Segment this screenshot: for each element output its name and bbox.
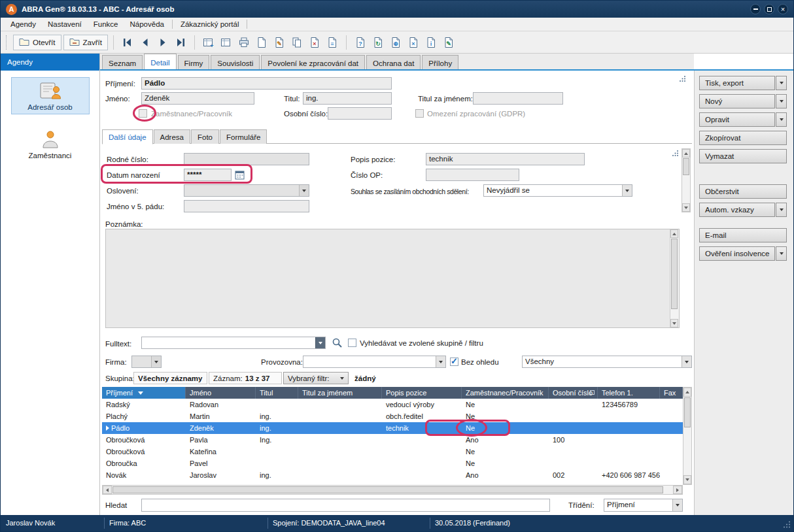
subtab-dalsi-udaje[interactable]: Další údaje xyxy=(102,129,153,144)
tab-souvislosti[interactable]: Souvislosti xyxy=(211,55,260,71)
scroll-down-button[interactable] xyxy=(683,475,691,484)
memo-scrollbar[interactable] xyxy=(670,229,679,327)
action-opravit-dropdown[interactable] xyxy=(776,112,787,127)
poznamka-textarea[interactable] xyxy=(105,229,680,328)
column-options-icon[interactable] xyxy=(590,390,595,395)
column-header-jmeno[interactable]: Jméno xyxy=(186,387,256,399)
sidebar-item-zamestnanci[interactable]: Zaměstnanci xyxy=(11,126,90,162)
column-header-titul[interactable]: Titul xyxy=(256,387,298,399)
open-button[interactable]: Otevřít xyxy=(13,35,61,50)
cislo-op-field[interactable] xyxy=(426,169,519,181)
last-record-icon[interactable] xyxy=(172,35,189,50)
zamestnanec-checkbox[interactable] xyxy=(139,109,147,118)
gdpr-checkbox[interactable] xyxy=(415,109,424,118)
skupina-panel[interactable]: Všechny záznamy xyxy=(133,372,207,384)
column-header-prijmeni[interactable]: Příjmení xyxy=(102,387,186,399)
vybrany-filtr-button[interactable]: Vybraný filtr: xyxy=(283,372,349,384)
provozovna-combobox[interactable] xyxy=(303,356,446,368)
action-novy-button[interactable]: Nový xyxy=(699,94,775,108)
menu-nastaveni[interactable]: Nastavení xyxy=(42,18,88,30)
osobni-cislo-field[interactable] xyxy=(328,107,392,120)
action-tisk-export-dropdown[interactable] xyxy=(776,76,787,90)
expand-handle-icon[interactable] xyxy=(678,75,687,83)
tab-ochrana-dat[interactable]: Ochrana dat xyxy=(366,55,421,71)
tab-firmy[interactable]: Firmy xyxy=(178,55,210,71)
help-page-icon[interactable]: ? xyxy=(352,35,369,50)
table-row[interactable]: ObroučkaPavelNe xyxy=(102,457,683,469)
table-row[interactable]: PádloZdeněking.technikNe xyxy=(102,422,683,434)
action-overeni-insolvence-dropdown[interactable] xyxy=(776,246,787,261)
action-opravit-button[interactable]: Opravit xyxy=(699,112,775,127)
scroll-thumb[interactable] xyxy=(683,158,689,175)
column-header-telefon-1[interactable]: Telefon 1. xyxy=(598,387,660,399)
rodne-cislo-field[interactable] xyxy=(184,153,309,165)
minimize-button[interactable] xyxy=(750,4,761,14)
scroll-down-button[interactable] xyxy=(682,203,690,212)
export-page-icon[interactable]: ≡ xyxy=(324,35,341,50)
titul-field[interactable]: ing. xyxy=(303,92,392,105)
bez-ohledu-checkbox[interactable] xyxy=(450,357,458,366)
edit-page-icon[interactable]: ✎ xyxy=(271,35,288,50)
scroll-up-button[interactable] xyxy=(670,229,678,238)
expand-handle-icon[interactable] xyxy=(671,149,680,158)
refresh-page-icon[interactable]: ↻ xyxy=(370,35,387,50)
new-page-icon[interactable] xyxy=(253,35,270,50)
hledat-input[interactable] xyxy=(141,499,550,512)
table-row[interactable]: RadskýRadovanvedoucí výrobyNe123456789 xyxy=(102,399,683,410)
new-window-icon[interactable]: + xyxy=(200,35,217,50)
group-filter-checkbox[interactable] xyxy=(348,339,356,347)
calendar-icon[interactable] xyxy=(233,169,246,181)
column-header-titul-za-jmenem[interactable]: Titul za jménem xyxy=(298,387,382,399)
column-header-popis-pozice[interactable]: Popis pozice xyxy=(382,387,462,399)
check-page-icon[interactable]: ✎ xyxy=(440,35,457,50)
action-zkopirovat-button[interactable]: Zkopírovat xyxy=(699,131,787,145)
scroll-up-button[interactable] xyxy=(682,149,690,158)
dropdown-arrow-icon[interactable] xyxy=(622,185,632,196)
datum-narozeni-field[interactable]: ***** xyxy=(184,169,232,181)
table-row[interactable]: PlachýMartining.obch.ředitelNe xyxy=(102,410,683,422)
table-row[interactable]: ObroučkováKateřinaNe xyxy=(102,446,683,457)
menu-napoveda[interactable]: Nápověda xyxy=(124,18,170,30)
detail-scrollbar[interactable] xyxy=(682,148,691,212)
sidebar-item-adresar-osob[interactable]: Adresář osob xyxy=(11,77,90,114)
tab-detail[interactable]: Detail xyxy=(144,54,176,71)
tab-prilohy[interactable]: Přílohy xyxy=(422,55,458,71)
column-header-osobni-cislo[interactable]: Osobní číslo xyxy=(549,387,598,399)
scroll-left-button[interactable] xyxy=(103,486,112,494)
action-e-mail-button[interactable]: E-mail xyxy=(699,228,787,242)
dropdown-arrow-icon[interactable] xyxy=(436,356,445,367)
tab-seznam[interactable]: Seznam xyxy=(102,55,143,71)
menu-agendy[interactable]: Agendy xyxy=(5,18,42,30)
attach-page-icon[interactable]: ⊕ xyxy=(387,35,404,50)
firma-combobox[interactable] xyxy=(131,356,162,368)
menu-zakaznicky-portal[interactable]: Zákaznický portál xyxy=(175,18,245,30)
column-header-zamestnanec-pracovnik[interactable]: Zaměstnanec/Pracovník xyxy=(462,387,549,399)
scroll-down-button[interactable] xyxy=(670,319,678,327)
action-tisk-export-button[interactable]: Tisk, export xyxy=(699,76,775,90)
jmeno-5-pad-field[interactable] xyxy=(184,200,309,212)
action-novy-dropdown[interactable] xyxy=(776,94,787,108)
dropdown-arrow-icon[interactable] xyxy=(672,499,682,511)
prijmeni-field[interactable]: Pádlo xyxy=(141,77,392,90)
action-autom-vzkazy-dropdown[interactable] xyxy=(776,203,787,217)
open-table-icon[interactable] xyxy=(218,35,235,50)
dropdown-arrow-icon[interactable] xyxy=(299,185,309,196)
print-icon[interactable] xyxy=(235,35,252,50)
scope-combobox[interactable]: Všechny xyxy=(522,356,692,368)
column-header-fax[interactable]: Fax xyxy=(660,387,683,399)
osloveni-combobox[interactable] xyxy=(184,184,309,197)
scroll-thumb[interactable] xyxy=(112,486,663,493)
dropdown-arrow-icon[interactable] xyxy=(682,356,691,367)
action-vymazat-button[interactable]: Vymazat xyxy=(699,149,787,163)
popis-pozice-field[interactable]: technik xyxy=(426,153,585,165)
subtab-adresa[interactable]: Adresa xyxy=(154,129,190,144)
table-vscrollbar[interactable] xyxy=(683,387,692,485)
close-button[interactable]: × xyxy=(778,4,788,14)
scroll-right-button[interactable] xyxy=(673,486,682,494)
fulltext-combobox[interactable] xyxy=(141,337,326,349)
table-hscrollbar[interactable] xyxy=(102,485,683,495)
search-icon[interactable] xyxy=(330,337,343,349)
maximize-button[interactable] xyxy=(764,4,774,14)
tab-povoleni-ke-zpracovani-dat[interactable]: Povolení ke zpracování dat xyxy=(261,55,365,71)
info-page-icon[interactable]: i xyxy=(423,35,440,50)
